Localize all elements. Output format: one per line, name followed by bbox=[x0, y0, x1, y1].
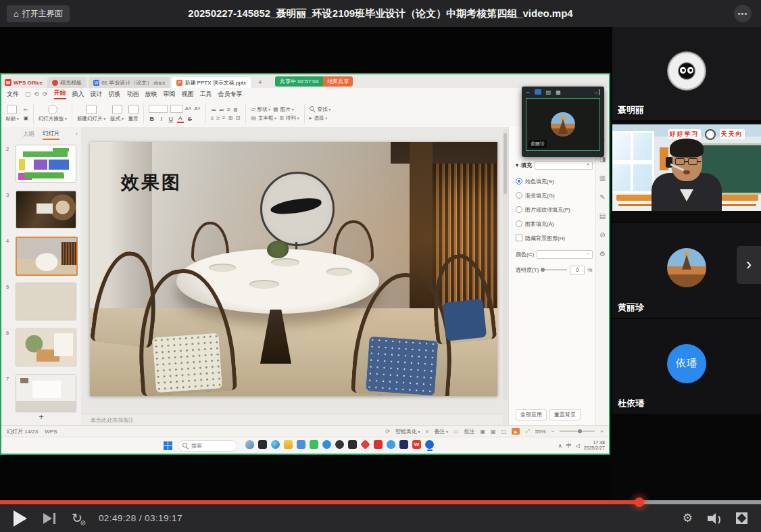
wps-brand: W WPS Office bbox=[5, 79, 43, 86]
slide-thumbnail-7 bbox=[16, 374, 76, 412]
participant-avatar: 依璠 bbox=[667, 344, 706, 383]
open-main-ui-button[interactable]: 打开主界面 bbox=[7, 5, 70, 22]
beautify-icon bbox=[385, 429, 390, 435]
dark-app-icon bbox=[399, 440, 408, 451]
floral-cushion bbox=[152, 333, 222, 393]
bold-button: B bbox=[149, 116, 155, 122]
floating-video-tile: 黄丽珍 bbox=[526, 98, 600, 151]
browser-icon bbox=[335, 440, 344, 451]
slide-thumbnail-2 bbox=[16, 145, 76, 183]
home-icon bbox=[14, 9, 19, 18]
notes-button: 备注 bbox=[434, 428, 448, 435]
transparency-label: 透明度(T) bbox=[516, 266, 539, 274]
search-placeholder: 搜索 bbox=[191, 442, 202, 450]
font-family-select bbox=[149, 105, 168, 113]
menu-slideshow: 放映 bbox=[145, 90, 157, 99]
menu-insert: 插入 bbox=[72, 90, 84, 99]
play-button[interactable] bbox=[14, 510, 27, 527]
radio-picture-fill bbox=[516, 206, 522, 213]
layout-button: 版式 bbox=[110, 105, 124, 122]
reset-icon bbox=[128, 105, 139, 114]
settings-button[interactable] bbox=[683, 512, 693, 524]
red-app-icon bbox=[374, 440, 383, 451]
ppt-doc-icon: P bbox=[176, 80, 182, 86]
next-video-button[interactable] bbox=[43, 513, 55, 524]
layout-grid-icon bbox=[556, 89, 561, 95]
player-topbar: 打开主界面 20250227-145852_聂明丽_环设2109班毕业设计（论文… bbox=[0, 0, 761, 27]
navy-cushion bbox=[443, 299, 487, 341]
paste-icon bbox=[7, 105, 17, 114]
seek-bar[interactable] bbox=[0, 500, 761, 504]
slide-number: 6 bbox=[6, 330, 9, 336]
camera-toggle-icon bbox=[535, 89, 541, 95]
beautify-button: 智能美化 bbox=[395, 428, 420, 435]
windows-taskbar: 搜索 W 中 bbox=[1, 437, 609, 454]
next-participants-button[interactable]: › bbox=[737, 246, 761, 284]
file-explorer-icon bbox=[284, 440, 293, 451]
layout-list-icon bbox=[546, 89, 551, 95]
screen-share-badge: 共享中 02:57:03 结束共享 bbox=[275, 76, 353, 87]
fit-window-icon bbox=[525, 428, 529, 435]
grow-font-icon bbox=[185, 105, 191, 112]
notes-bar: 单击此处添加备注 bbox=[81, 414, 502, 425]
participant-video-tile[interactable]: 好好学习 天天向 bbox=[612, 122, 761, 222]
slide-thumbnail-4-selected bbox=[16, 237, 78, 276]
slideshow-icon bbox=[48, 105, 57, 114]
new-slide-button: 新建幻灯片 bbox=[77, 105, 105, 122]
floating-window-toolbar bbox=[522, 87, 604, 97]
collapse-panel-icon: ‹ bbox=[76, 130, 78, 137]
participant-tile[interactable]: 聂明丽 bbox=[612, 27, 761, 120]
autoplay-toggle[interactable] bbox=[72, 512, 82, 525]
slide-thumbnail-6 bbox=[16, 329, 76, 366]
participant-name: 聂明丽 bbox=[618, 104, 644, 116]
insert-group: 形状 图片 文本框 排列 bbox=[251, 106, 299, 122]
sorter-view-icon bbox=[491, 429, 496, 435]
fullscreen-button[interactable] bbox=[736, 512, 747, 524]
glasses-icon bbox=[675, 158, 685, 165]
wps-menubar: 文件 开始 插入 设计 切换 动画 放映 审阅 视图 工具 会员专享 A WPS… bbox=[1, 88, 609, 101]
wps-taskbar-icon: W bbox=[412, 440, 421, 451]
current-slide: 效果图 bbox=[90, 142, 497, 396]
tray-expand-icon bbox=[558, 443, 562, 449]
layout-icon bbox=[112, 105, 122, 114]
more-options-button[interactable]: ••• bbox=[734, 5, 752, 22]
app-icon bbox=[258, 440, 267, 451]
zoom-in-icon bbox=[600, 429, 604, 435]
menu-file: 文件 bbox=[7, 90, 19, 99]
wps-statusbar: 幻灯片 14/23 WPS 智能美化 备注 批注 55% bbox=[1, 425, 609, 437]
media-app-icon bbox=[297, 440, 305, 451]
slideshow-button: 幻灯片播放 bbox=[39, 105, 67, 122]
font-size-select bbox=[170, 105, 182, 113]
properties-panel: 填充 纯色填充(S) 渐变填充(G) 图片或纹理填充(P) 图案填充(A) 隐藏… bbox=[508, 127, 598, 425]
arrange-button: 排列 bbox=[279, 115, 299, 122]
select-button: 选择 bbox=[310, 115, 328, 122]
menu-member: 会员专享 bbox=[218, 90, 243, 99]
meeting-app-icon-active bbox=[425, 440, 434, 451]
slide-canvas: 效果图 单击此处添加备注 bbox=[81, 127, 508, 425]
participant-tile[interactable]: 依璠 杜依璠 bbox=[612, 319, 761, 414]
dish bbox=[209, 264, 236, 272]
new-slide-icon bbox=[87, 105, 97, 114]
floating-participant-name: 黄丽珍 bbox=[529, 140, 547, 148]
cut-icon bbox=[24, 107, 28, 113]
fill-expand-icon bbox=[516, 162, 518, 168]
tab-docer: 稻壳模板 bbox=[47, 77, 87, 88]
video-stage: W WPS Office 稻壳模板 W 01 毕业设计（论文）.docx P 新… bbox=[0, 27, 612, 500]
progress-played bbox=[0, 500, 639, 504]
shared-screen-frame: W WPS Office 稻壳模板 W 01 毕业设计（论文）.docx P 新… bbox=[0, 73, 610, 455]
editing-group: 查找 选择 bbox=[310, 106, 331, 122]
diamond-app-icon bbox=[361, 440, 370, 451]
picture-button: 图片 bbox=[273, 106, 293, 113]
copy-icon bbox=[24, 115, 28, 121]
menu-tools: 工具 bbox=[200, 90, 212, 99]
slide-photo-plant bbox=[267, 241, 289, 258]
person-mouth bbox=[683, 170, 690, 174]
radio-gradient-fill bbox=[516, 192, 522, 199]
tab-pptx-active: P 新建 PPTX 演示文稿.pptx bbox=[172, 77, 251, 88]
zoom-percent: 55% bbox=[535, 429, 546, 435]
volume-button[interactable] bbox=[708, 513, 721, 524]
color-label: 颜色(C) bbox=[516, 251, 534, 258]
save-icon bbox=[25, 91, 31, 97]
progress-knob[interactable] bbox=[635, 498, 644, 507]
qq-icon bbox=[322, 440, 331, 451]
